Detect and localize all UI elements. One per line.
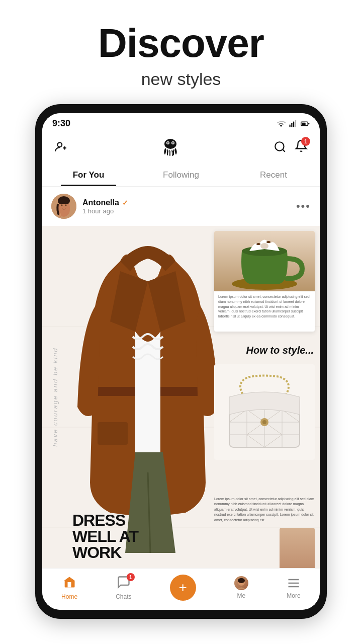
- tab-for-you[interactable]: For You: [42, 164, 135, 186]
- add-user-icon[interactable]: [54, 140, 67, 153]
- coffee-card: Lorem ipsum dolor sit amet, consectetur …: [214, 231, 315, 332]
- nav-home[interactable]: Home: [61, 575, 77, 600]
- svg-point-7: [58, 142, 62, 147]
- search-icon[interactable]: [274, 140, 287, 153]
- how-to-style-text: How to style...: [246, 344, 314, 356]
- header-right: 1: [274, 139, 308, 154]
- verified-icon: ✓: [122, 199, 128, 207]
- svg-point-44: [262, 420, 266, 424]
- chat-badge: 1: [127, 573, 135, 581]
- chat-icon-wrap: 1: [117, 575, 131, 591]
- status-time: 9:30: [52, 118, 70, 129]
- svg-point-21: [65, 204, 67, 206]
- signal-icon: [289, 119, 298, 128]
- svg-point-46: [238, 578, 245, 583]
- wifi-icon: [277, 119, 286, 128]
- me-avatar-image: [234, 576, 248, 590]
- status-bar: 9:30: [42, 113, 320, 132]
- svg-point-34: [256, 243, 260, 245]
- svg-rect-2: [293, 121, 294, 127]
- avatar-image: [51, 194, 76, 219]
- dress-well-text: DRESSWELL ATWORK: [72, 512, 138, 560]
- svg-point-15: [275, 142, 284, 150]
- coat-illustration: [70, 231, 226, 558]
- post-time: 1 hour ago: [82, 207, 128, 215]
- svg-rect-0: [290, 124, 291, 127]
- post-image: have courage and be kind: [42, 226, 320, 568]
- svg-rect-29: [98, 422, 128, 445]
- nav-me[interactable]: Me: [234, 576, 248, 599]
- bag-card: [214, 364, 315, 460]
- phone-frame: 9:30: [35, 104, 327, 619]
- more-icon: [287, 576, 301, 590]
- battery-icon: [301, 119, 310, 128]
- user-info: Antonella ✓ 1 hour ago: [82, 198, 128, 215]
- nav-add[interactable]: +: [170, 575, 196, 601]
- post-user[interactable]: Antonella ✓ 1 hour ago: [51, 194, 128, 219]
- tab-following[interactable]: Following: [135, 164, 227, 186]
- nav-chats[interactable]: 1 Chats: [116, 575, 131, 600]
- more-options-button[interactable]: •••: [296, 200, 311, 213]
- me-icon-wrap: [234, 576, 248, 590]
- chats-label: Chats: [116, 593, 131, 600]
- svg-rect-3: [295, 120, 296, 127]
- bottom-nav: Home 1 Chats +: [42, 568, 320, 610]
- header-left: [54, 140, 67, 153]
- hero-section: Discover new styles: [0, 0, 362, 104]
- coffee-cup-icon: [214, 231, 315, 291]
- svg-point-20: [61, 204, 63, 206]
- svg-rect-5: [308, 123, 309, 124]
- me-avatar: [234, 576, 248, 590]
- svg-rect-6: [302, 122, 306, 125]
- tab-bar: For You Following Recent: [42, 164, 320, 187]
- home-label: Home: [61, 593, 77, 600]
- svg-point-35: [266, 241, 270, 243]
- svg-line-16: [283, 149, 285, 152]
- add-button[interactable]: +: [170, 575, 196, 601]
- handbag-icon: [219, 372, 310, 452]
- more-label: More: [287, 592, 300, 599]
- avatar: [51, 194, 76, 219]
- notification-button[interactable]: 1: [295, 139, 308, 154]
- app-logo-icon: [158, 135, 183, 159]
- phone-screen: 9:30: [42, 113, 320, 610]
- vertical-text: have courage and be kind: [51, 347, 59, 447]
- post-header: Antonella ✓ 1 hour ago •••: [42, 187, 320, 226]
- app-header: 1: [42, 132, 320, 164]
- svg-point-13: [167, 142, 169, 144]
- svg-point-10: [164, 139, 176, 149]
- svg-point-14: [172, 142, 174, 144]
- home-icon: [62, 575, 76, 589]
- corner-image: [280, 528, 315, 568]
- user-name: Antonella ✓: [82, 198, 128, 207]
- notification-badge: 1: [301, 137, 310, 146]
- svg-rect-1: [291, 123, 292, 127]
- hero-subtitle: new styles: [0, 69, 362, 89]
- bottom-lorem-text: Lorem ipsum dolor sit amet, consectetur …: [214, 497, 315, 523]
- nav-more[interactable]: More: [287, 576, 301, 599]
- svg-point-33: [260, 243, 268, 249]
- home-icon-wrap: [62, 575, 76, 591]
- header-logo: [158, 135, 183, 159]
- tab-recent[interactable]: Recent: [227, 164, 320, 186]
- coffee-image: [214, 231, 315, 291]
- coffee-lorem-text: Lorem ipsum dolor sit amet, consectetur …: [214, 291, 315, 322]
- hero-title: Discover: [0, 20, 362, 66]
- me-label: Me: [237, 592, 245, 599]
- status-icons: [277, 119, 310, 128]
